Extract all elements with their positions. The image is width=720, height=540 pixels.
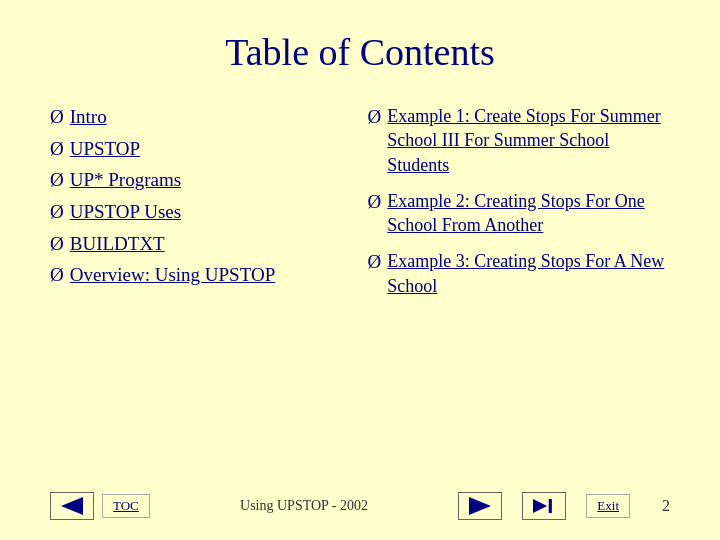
- svg-marker-0: [61, 497, 83, 515]
- list-item: Ø Overview: Using UPSTOP: [50, 262, 348, 288]
- footer-center: Using UPSTOP - 2002: [150, 498, 459, 514]
- list-item: Ø UPSTOP Uses: [50, 199, 348, 225]
- up-programs-link[interactable]: UP* Programs: [70, 167, 181, 193]
- list-item: Ø Example 2: Creating Stops For One Scho…: [368, 189, 666, 238]
- forward-button[interactable]: [458, 492, 502, 520]
- back-button[interactable]: [50, 492, 94, 520]
- page-title: Table of Contents: [50, 30, 670, 74]
- toc-button[interactable]: TOC: [102, 494, 150, 518]
- intro-link[interactable]: Intro: [70, 104, 107, 130]
- buildtxt-link[interactable]: BUILDTXT: [70, 231, 165, 257]
- arrow-icon: Ø: [368, 189, 382, 215]
- overview-link[interactable]: Overview: Using UPSTOP: [70, 262, 276, 288]
- footer-right: Exit 2: [458, 492, 670, 520]
- arrow-icon: Ø: [368, 104, 382, 130]
- svg-marker-1: [469, 497, 491, 515]
- example3-link[interactable]: Example 3: Creating Stops For A New Scho…: [387, 249, 665, 298]
- example2-link[interactable]: Example 2: Creating Stops For One School…: [387, 189, 665, 238]
- list-item: Ø Example 1: Create Stops For Summer Sch…: [368, 104, 666, 177]
- list-item: Ø Intro: [50, 104, 348, 130]
- svg-marker-2: [533, 499, 547, 513]
- arrow-icon: Ø: [50, 262, 64, 288]
- forward-icon: [469, 497, 491, 515]
- arrow-icon: Ø: [50, 104, 64, 130]
- upstop-link[interactable]: UPSTOP: [70, 136, 140, 162]
- footer-left: TOC: [50, 492, 150, 520]
- page-number: 2: [650, 497, 670, 515]
- footer: TOC Using UPSTOP - 2002 Exit 2: [50, 486, 670, 520]
- back-icon: [61, 497, 83, 515]
- example1-link[interactable]: Example 1: Create Stops For Summer Schoo…: [387, 104, 665, 177]
- upstop-uses-link[interactable]: UPSTOP Uses: [70, 199, 181, 225]
- arrow-icon: Ø: [50, 167, 64, 193]
- skip-forward-button[interactable]: [522, 492, 566, 520]
- arrow-icon: Ø: [50, 231, 64, 257]
- arrow-icon: Ø: [50, 199, 64, 225]
- svg-rect-3: [549, 499, 552, 513]
- list-item: Ø UP* Programs: [50, 167, 348, 193]
- list-item: Ø BUILDTXT: [50, 231, 348, 257]
- arrow-icon: Ø: [50, 136, 64, 162]
- exit-button[interactable]: Exit: [586, 494, 630, 518]
- left-column: Ø Intro Ø UPSTOP Ø UP* Programs Ø UPSTOP…: [50, 104, 348, 468]
- content-area: Ø Intro Ø UPSTOP Ø UP* Programs Ø UPSTOP…: [50, 104, 670, 468]
- arrow-icon: Ø: [368, 249, 382, 275]
- list-item: Ø Example 3: Creating Stops For A New Sc…: [368, 249, 666, 298]
- footer-text: Using UPSTOP - 2002: [240, 498, 368, 513]
- right-column: Ø Example 1: Create Stops For Summer Sch…: [368, 104, 666, 468]
- list-item: Ø UPSTOP: [50, 136, 348, 162]
- slide: Table of Contents Ø Intro Ø UPSTOP Ø UP*…: [0, 0, 720, 540]
- skip-forward-icon: [533, 497, 555, 515]
